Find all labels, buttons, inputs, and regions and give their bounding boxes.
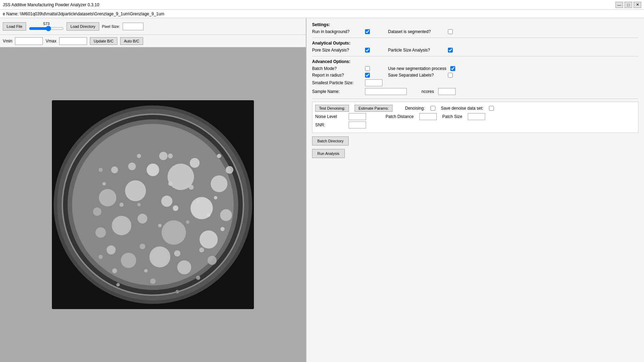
snr-input[interactable]: 1.0 <box>349 121 366 128</box>
maximize-button[interactable]: □ <box>624 2 632 8</box>
svg-point-39 <box>158 224 162 227</box>
ncores-input[interactable]: 40 <box>438 88 456 95</box>
svg-point-35 <box>168 182 172 186</box>
vmax-label: Vmax <box>46 39 56 44</box>
ncores-label: ncores <box>421 89 434 94</box>
update-bc-button[interactable]: Update B/C <box>90 37 117 45</box>
svg-point-8 <box>125 180 146 201</box>
smallest-particle-input[interactable]: 2 <box>365 79 382 86</box>
report-radius-row: Report in radius? Save Separated Labels? <box>312 73 638 78</box>
bc-row: Vmin 12500 Vmax 47500 Update B/C Auto B/… <box>0 35 306 47</box>
toolbar: Load File 573 Load Directory Pixel Size:… <box>0 18 306 35</box>
batch-directory-button[interactable]: Batch Directory <box>312 136 349 145</box>
pixel-size-label: Pixel Size: <box>102 24 120 29</box>
svg-point-24 <box>159 152 168 160</box>
sample-name-row: Sample Name: Grenzlage 9_1um ncores 40 <box>312 88 638 95</box>
batch-mode-checkbox[interactable] <box>365 66 370 71</box>
sample-name-input[interactable]: Grenzlage 9_1um <box>365 88 407 95</box>
svg-point-42 <box>102 182 106 186</box>
patch-distance-input[interactable]: 25 <box>419 113 437 120</box>
patch-size-input[interactable]: 3 <box>468 113 485 120</box>
svg-point-14 <box>121 253 136 268</box>
svg-point-34 <box>119 203 124 207</box>
pore-size-label: Pore Size Analysis? <box>312 48 361 53</box>
batch-directory-container: Batch Directory <box>312 136 638 145</box>
svg-point-32 <box>199 247 204 252</box>
file-path-bar: e Name: \\M601q039\d\matta\3dparticle\da… <box>0 10 644 18</box>
svg-point-31 <box>140 244 145 249</box>
settings-title: Settings: <box>312 22 638 27</box>
separator-2 <box>312 56 638 56</box>
denoising-label: Denoising: <box>405 106 425 111</box>
advanced-options-title: Advanced Options: <box>312 59 638 64</box>
svg-point-12 <box>99 189 116 206</box>
run-in-background-row: Run in background? Dataset is segmented? <box>312 29 638 34</box>
svg-point-44 <box>174 250 180 257</box>
run-in-background-checkbox[interactable] <box>365 29 370 34</box>
settings-section: Settings: Run in background? Dataset is … <box>312 22 638 34</box>
separator-3 <box>312 99 638 99</box>
svg-point-43 <box>214 196 217 199</box>
right-panel: Settings: Run in background? Dataset is … <box>307 18 644 362</box>
vmin-input[interactable]: 12500 <box>15 37 43 45</box>
denoising-section: Test Denoising: Estimate Params: Denoisi… <box>312 102 638 133</box>
load-directory-button[interactable]: Load Directory <box>67 22 99 31</box>
denoising-buttons-row: Test Denoising: Estimate Params: Denoisi… <box>315 105 635 112</box>
slice-slider[interactable] <box>29 26 64 31</box>
batch-mode-row: Batch Mode? Use new segmentation process <box>312 66 638 71</box>
report-radius-checkbox[interactable] <box>365 73 370 78</box>
save-separated-labels-checkbox[interactable] <box>448 73 453 78</box>
analytical-outputs-section: Analytical Outputs: Pore Size Analysis? … <box>312 41 638 53</box>
auto-bc-button[interactable]: Auto B/C <box>120 37 143 45</box>
patch-size-label: Patch Size <box>442 114 462 119</box>
run-analysis-container: Run Analysis <box>312 149 638 158</box>
denoising-checkbox[interactable] <box>430 106 435 111</box>
svg-point-27 <box>93 207 101 216</box>
svg-point-49 <box>137 154 141 158</box>
test-denoising-button[interactable]: Test Denoising: <box>315 105 349 112</box>
use-new-seg-label: Use new segmentation process <box>388 66 446 71</box>
minimize-button[interactable]: — <box>615 2 623 8</box>
dataset-segmented-label: Dataset is segmented? <box>388 29 444 34</box>
batch-mode-label: Batch Mode? <box>312 66 361 71</box>
vmax-input[interactable]: 47500 <box>59 37 87 45</box>
svg-point-23 <box>208 256 217 265</box>
svg-point-13 <box>211 175 227 192</box>
particle-size-checkbox[interactable] <box>448 48 453 53</box>
noise-level-input[interactable]: 1.0 <box>349 113 366 120</box>
pixel-size-input[interactable]: 3.1 <box>123 23 143 30</box>
use-new-seg-checkbox[interactable] <box>450 66 455 71</box>
svg-point-51 <box>99 168 103 172</box>
svg-point-50 <box>217 154 221 158</box>
svg-point-21 <box>190 158 200 168</box>
dataset-segmented-checkbox[interactable] <box>448 29 453 34</box>
svg-point-28 <box>111 166 118 173</box>
analytical-outputs-row: Pore Size Analysis? Particle Size Analys… <box>312 48 638 53</box>
svg-point-15 <box>177 260 191 274</box>
run-analysis-button[interactable]: Run Analysis <box>312 149 345 158</box>
load-file-button[interactable]: Load File <box>3 22 26 31</box>
smallest-particle-row: Smallest Particle Size: 2 <box>312 79 638 86</box>
svg-point-18 <box>95 227 106 238</box>
main-container: Load File 573 Load Directory Pixel Size:… <box>0 18 644 362</box>
save-denoise-checkbox[interactable] <box>489 106 494 111</box>
svg-point-22 <box>107 245 116 254</box>
svg-point-52 <box>99 255 103 259</box>
estimate-params-button[interactable]: Estimate Params: <box>355 105 393 112</box>
slice-value: 573 <box>43 22 49 26</box>
svg-point-41 <box>137 203 141 206</box>
svg-point-53 <box>116 283 120 286</box>
svg-point-33 <box>220 227 225 231</box>
sample-name-label: Sample Name: <box>312 89 361 94</box>
svg-point-48 <box>168 154 173 158</box>
svg-point-17 <box>220 209 232 221</box>
pore-size-checkbox[interactable] <box>365 48 370 53</box>
svg-point-26 <box>226 166 233 174</box>
window-controls: — □ ✕ <box>615 2 641 8</box>
title-bar: JSS Additive Manufacturing Powder Analyz… <box>0 0 644 10</box>
noise-level-label: Noise Level <box>315 114 343 119</box>
svg-point-30 <box>189 185 194 190</box>
slice-slider-container: 573 <box>29 22 64 31</box>
close-button[interactable]: ✕ <box>634 2 641 8</box>
analytical-outputs-title: Analytical Outputs: <box>312 41 638 46</box>
